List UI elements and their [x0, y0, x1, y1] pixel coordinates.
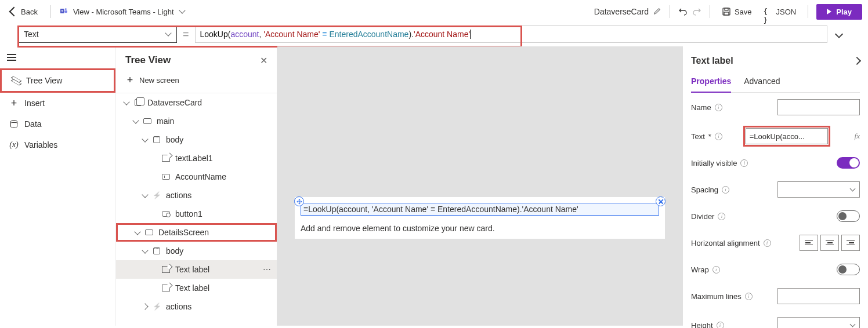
prop-row-wrap: Wrapi: [691, 257, 860, 282]
name-input[interactable]: [777, 99, 860, 115]
tree-node-screen[interactable]: main: [116, 112, 277, 130]
info-icon[interactable]: i: [715, 104, 722, 111]
tree-node-actions[interactable]: actions: [116, 297, 277, 316]
nav-item-tree-view[interactable]: Tree View: [0, 68, 115, 93]
align-left-button[interactable]: [800, 235, 818, 251]
property-selector[interactable]: Text: [17, 25, 177, 43]
info-icon[interactable]: i: [764, 239, 771, 247]
nav-item-variables[interactable]: (x) Variables: [0, 134, 115, 155]
tree-node-label: body: [166, 246, 183, 256]
prop-label-text: Text: [691, 132, 705, 141]
align-right-button[interactable]: [841, 235, 860, 251]
canvas-area[interactable]: =LookUp(account, 'Account Name' = Entere…: [277, 46, 682, 326]
undo-button[interactable]: [678, 6, 688, 17]
tree-node-label: AccountName: [175, 172, 226, 181]
tree-node-textlabel[interactable]: textLabel1: [116, 149, 277, 167]
nav-item-data[interactable]: Data: [0, 114, 115, 134]
properties-title: Text label: [691, 56, 733, 66]
info-icon[interactable]: i: [745, 293, 753, 300]
spacing-select[interactable]: [777, 181, 860, 198]
app-title-edit[interactable]: DataverseCard: [594, 7, 661, 17]
info-icon[interactable]: i: [718, 213, 725, 220]
chevron-down-icon: [165, 30, 171, 36]
more-icon[interactable]: ⋯: [263, 265, 271, 274]
tree-node-button[interactable]: button1: [116, 205, 277, 223]
prop-row-text: Text*i =LookUp(acco... fx: [691, 122, 860, 151]
screen-icon: [144, 228, 154, 237]
divider-toggle[interactable]: [837, 210, 860, 222]
chevron-right-icon[interactable]: [853, 57, 861, 65]
tree-node-label: body: [166, 135, 183, 144]
play-button[interactable]: Play: [816, 4, 862, 20]
text-input[interactable]: =LookUp(acco...: [746, 128, 828, 144]
bolt-icon: [152, 302, 161, 311]
divider: [710, 5, 710, 18]
tree-node-textlabel-selected[interactable]: Text label ⋯: [116, 260, 277, 279]
nav-item-insert[interactable]: Insert: [0, 93, 115, 114]
info-icon[interactable]: i: [722, 186, 729, 194]
tree-node-label: main: [157, 116, 174, 126]
initially-visible-toggle[interactable]: [837, 157, 860, 169]
close-icon[interactable]: ✕: [260, 55, 267, 66]
caret-icon[interactable]: [132, 117, 139, 123]
formula-token-operator: =: [320, 30, 329, 39]
delete-handle-icon[interactable]: [656, 196, 666, 206]
tree-node-label: textLabel1: [175, 154, 213, 163]
textlabel-icon: [161, 154, 171, 163]
info-icon[interactable]: i: [713, 266, 720, 274]
card-canvas[interactable]: =LookUp(account, 'Account Name' = Entere…: [295, 197, 665, 239]
move-handle-icon[interactable]: [294, 196, 304, 206]
caret-icon[interactable]: [123, 99, 129, 105]
tree-node-screen-details[interactable]: DetailsScreen: [116, 223, 277, 242]
prop-label-divider: Divider: [691, 212, 714, 221]
info-icon[interactable]: i: [740, 159, 748, 167]
align-center-button[interactable]: [820, 235, 839, 251]
tree-node-card[interactable]: DataverseCard: [116, 93, 277, 112]
bolt-icon: [152, 191, 161, 200]
formula-token-paren: ).: [408, 30, 414, 39]
nav-label: Variables: [24, 140, 57, 150]
formula-input[interactable]: LookUp(account, 'Account Name' = Entered…: [195, 25, 827, 43]
save-label: Save: [735, 8, 752, 16]
wrap-toggle[interactable]: [837, 264, 860, 275]
formula-token-fn: LookUp: [200, 30, 228, 39]
caret-icon[interactable]: [142, 136, 148, 142]
selected-textlabel-element[interactable]: =LookUp(account, 'Account Name' = Entere…: [301, 203, 659, 216]
view-switcher[interactable]: T View - Microsoft Teams - Light: [59, 6, 185, 17]
caret-icon[interactable]: [142, 303, 148, 309]
prop-label-visible: Initially visible: [691, 159, 737, 167]
hamburger-button[interactable]: [0, 46, 115, 68]
save-icon: [722, 7, 731, 16]
tree-node-textinput[interactable]: AccountName: [116, 167, 277, 186]
teams-icon: T: [59, 6, 68, 17]
app-title: DataverseCard: [594, 7, 649, 16]
save-button[interactable]: Save: [718, 5, 755, 19]
chevron-down-icon: [850, 321, 856, 327]
tab-properties[interactable]: Properties: [691, 73, 731, 93]
back-button[interactable]: Back: [6, 5, 42, 19]
tree-node-label: DataverseCard: [147, 98, 202, 107]
caret-icon[interactable]: [142, 191, 148, 198]
height-select[interactable]: [777, 317, 860, 328]
divider: [808, 5, 808, 18]
button-icon: [161, 209, 171, 218]
prop-row-initially-visible: Initially visiblei: [691, 151, 860, 175]
caret-icon[interactable]: [142, 247, 148, 253]
container-icon: [152, 135, 161, 144]
info-icon[interactable]: i: [717, 322, 724, 329]
caret-icon[interactable]: [134, 228, 140, 235]
pencil-icon: [653, 7, 661, 17]
tree-node-container[interactable]: body: [116, 242, 277, 260]
container-icon: [152, 246, 161, 256]
tree-node-textlabel[interactable]: Text label: [116, 279, 277, 297]
fx-icon[interactable]: fx: [855, 132, 860, 141]
json-button[interactable]: { } JSON: [760, 5, 800, 19]
tab-advanced[interactable]: Advanced: [744, 73, 780, 92]
tree-node-container[interactable]: body: [116, 130, 277, 149]
tree-node-actions[interactable]: actions: [116, 186, 277, 205]
expand-formula-button[interactable]: [835, 30, 843, 38]
info-icon[interactable]: i: [715, 133, 722, 140]
new-screen-button[interactable]: New screen: [116, 71, 277, 93]
maximum-lines-input[interactable]: [777, 288, 860, 304]
json-label: JSON: [776, 8, 797, 16]
